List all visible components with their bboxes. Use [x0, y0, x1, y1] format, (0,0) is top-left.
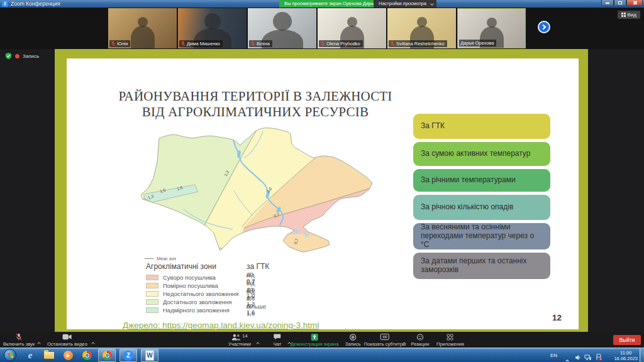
participants-options-chevron[interactable]: [257, 336, 259, 348]
classification-buttons: За ГТК За сумою активних температур За р…: [413, 114, 550, 279]
tray-time: 11:00: [614, 350, 638, 356]
chevron-down-icon: [430, 2, 434, 6]
audio-options-chevron[interactable]: [38, 336, 40, 348]
taskbar-ie[interactable]: e: [21, 349, 39, 362]
taskbar-media-player[interactable]: [59, 349, 77, 362]
legend-row: Помірно посушлива від 0,7 до 1,0: [146, 282, 218, 289]
button-annual-temps[interactable]: За річними температурами: [413, 169, 550, 192]
button-frost-dates[interactable]: За датами перших та останніх заморозків: [413, 253, 550, 279]
participants-button[interactable]: 14 Участники: [228, 333, 251, 347]
button-annual-precipitation[interactable]: За річною кількістю опадів: [413, 195, 550, 220]
unmute-button[interactable]: Включить звук: [3, 333, 35, 347]
recording-label: Запись: [23, 53, 39, 59]
participants-count: 14: [242, 333, 247, 339]
reactions-label: Реакции: [411, 341, 430, 347]
zone-label: Надмірного зволоження: [163, 307, 230, 314]
participant-name-tag: Дарья Орехова: [459, 40, 496, 47]
chrome-icon: [82, 351, 92, 360]
reactions-button[interactable]: Реакции: [411, 333, 430, 347]
participant-name-tag: Віліна: [249, 40, 272, 47]
video-tile-active-speaker[interactable]: Дарья Орехова: [457, 8, 526, 48]
zoom-icon: Z: [123, 351, 133, 361]
participant-name-tag: Юлія: [109, 40, 130, 47]
presentation-slide: РАЙОНУВАННЯ ТЕРИТОРІЇ В ЗАЛЕЖНОСТІ ВІД А…: [55, 49, 588, 332]
taskbar-chrome-active[interactable]: [98, 349, 116, 362]
unmute-label: Включить звук: [3, 341, 35, 347]
participants-icon: [231, 334, 241, 341]
share-screen-label: Демонстрация экрана: [291, 341, 339, 347]
participant-name: Дарья Орехова: [460, 40, 494, 46]
button-gtk[interactable]: За ГТК: [413, 114, 550, 139]
taskbar-explorer[interactable]: [40, 349, 58, 362]
zone-color-swatch: [146, 307, 158, 313]
stop-video-button[interactable]: Остановить видео: [47, 333, 87, 347]
share-screen-button[interactable]: Демонстрация экрана: [291, 333, 339, 347]
video-tile[interactable]: Віліна: [248, 8, 316, 48]
share-screen-icon: [311, 334, 318, 341]
grid-view-icon: [621, 13, 626, 17]
window-titlebar: Z Zoom Конференция Вы просматриваете экр…: [0, 0, 644, 8]
zone-label: Достатнього зволоження: [163, 299, 231, 305]
zoom-toolbar: Включить звук Остановить видео: [0, 332, 644, 348]
captions-button[interactable]: cc Показать субтитры: [364, 333, 406, 347]
video-tile[interactable]: Юлія: [108, 8, 177, 48]
video-tile[interactable]: Olena Pryhodko: [318, 8, 386, 48]
participants-label: Участники: [228, 341, 251, 347]
close-button[interactable]: [626, 0, 643, 6]
slide-title: РАЙОНУВАННЯ ТЕРИТОРІЇ В ЗАЛЕЖНОСТІ ВІД А…: [86, 89, 425, 120]
zone-label: Помірно посушлива: [163, 282, 218, 289]
video-tile[interactable]: Svitlana Reshetchenko: [387, 8, 456, 48]
view-settings-button[interactable]: Настройки просмотра: [374, 0, 436, 8]
next-participants-button[interactable]: [538, 21, 550, 33]
taskbar-word-active[interactable]: W: [141, 349, 158, 362]
button-active-temps-sum[interactable]: За сумою активних температур: [413, 142, 550, 166]
participant-name: Юлія: [117, 41, 128, 47]
captions-label: Показать субтитры: [364, 341, 406, 347]
ukraine-agroclimatic-map: 1,3 1,6 1,6 1,3 1,0 0,7 0,7: [140, 128, 372, 253]
captions-options-chevron[interactable]: [403, 336, 406, 348]
internet-explorer-icon: e: [28, 350, 33, 361]
taskbar-clock[interactable]: 11:00 16.06.2023: [614, 350, 638, 362]
record-button[interactable]: Запись: [345, 333, 361, 347]
leave-meeting-button[interactable]: Выйти: [613, 335, 641, 345]
slide-content: РАЙОНУВАННЯ ТЕРИТОРІЇ В ЗАЛЕЖНОСТІ ВІД А…: [67, 58, 579, 329]
legend-row: Суворо посушлива до 0,7: [146, 273, 216, 281]
chat-label: Чат: [274, 341, 281, 347]
window-controls: [601, 0, 643, 6]
minimize-button[interactable]: [601, 0, 614, 6]
zone-color-swatch: [146, 275, 158, 280]
button-temp-transitions[interactable]: За весняними та осінніми переходами темп…: [413, 223, 550, 250]
legend-boundary-row: Межі зон: [145, 256, 176, 261]
show-desktop-button[interactable]: [640, 348, 644, 362]
video-tile[interactable]: Дима Мишенко: [178, 8, 247, 48]
view-settings-label: Настройки просмотра: [379, 1, 426, 6]
apps-button[interactable]: Приложения: [436, 333, 464, 347]
participant-name: Віліна: [257, 41, 270, 47]
chat-button[interactable]: Чат: [274, 333, 281, 347]
volume-icon[interactable]: [575, 352, 581, 362]
maximize-button[interactable]: [614, 0, 626, 6]
participant-name-tag: Дима Мишенко: [179, 40, 223, 47]
window-title: Zoom Конференция: [11, 1, 60, 7]
view-label: Вид: [628, 12, 636, 18]
network-icon[interactable]: [584, 352, 591, 362]
apps-icon: [447, 334, 453, 341]
language-indicator[interactable]: EN: [550, 353, 557, 358]
video-options-chevron[interactable]: [92, 336, 94, 348]
action-center-flag-icon[interactable]: [596, 352, 602, 362]
participant-silhouette: [273, 12, 292, 31]
taskbar-chrome[interactable]: [78, 349, 96, 362]
mic-muted-icon: [180, 41, 186, 47]
participant-name-tag: Olena Pryhodko: [319, 40, 363, 47]
tray-expand-chevron[interactable]: [566, 354, 569, 362]
legend-row: Недостатнього зволоження від 1,0 до 1,3: [146, 290, 238, 297]
taskbar-zoom-active[interactable]: Z: [119, 349, 137, 362]
record-label: Запись: [345, 341, 361, 347]
source-link[interactable]: Джерело: https://geomap.land.kiev.ua/zon…: [123, 321, 319, 329]
start-button[interactable]: [4, 349, 16, 361]
legend-zones-header: Агрокліматичні зони: [146, 262, 216, 271]
folder-icon: [44, 352, 54, 359]
view-layout-button[interactable]: Вид: [618, 11, 640, 19]
legend-gtk-header: за ГТК: [247, 262, 269, 271]
participant-name: Olena Pryhodko: [326, 41, 360, 47]
